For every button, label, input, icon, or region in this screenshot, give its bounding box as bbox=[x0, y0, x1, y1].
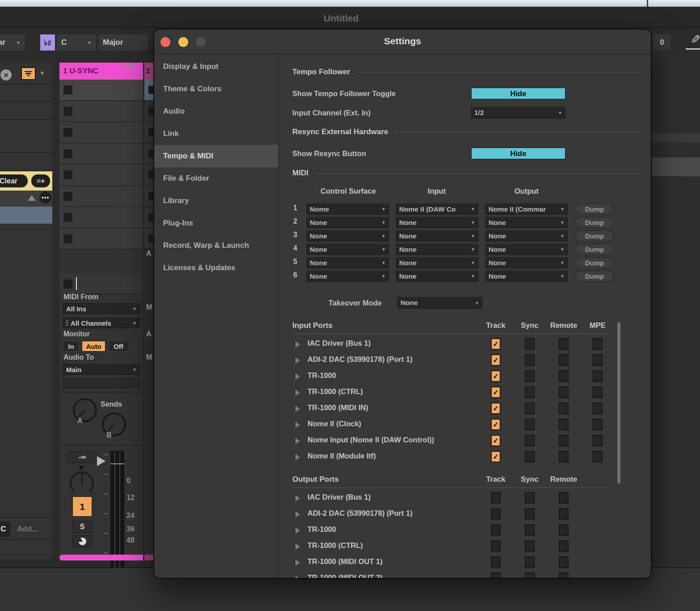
mpe-checkbox[interactable] bbox=[593, 386, 603, 398]
track-checkbox[interactable] bbox=[491, 556, 501, 568]
clip-slot[interactable] bbox=[144, 207, 154, 229]
resync-hide-button[interactable]: Hide bbox=[471, 148, 565, 159]
expand-triangle-icon[interactable] bbox=[295, 511, 300, 518]
expand-triangle-icon[interactable] bbox=[295, 422, 300, 428]
remote-checkbox[interactable] bbox=[559, 573, 569, 579]
monitor-option-button[interactable]: In bbox=[63, 341, 79, 352]
scene-row-highlight[interactable] bbox=[652, 157, 700, 176]
remote-checkbox[interactable] bbox=[559, 492, 569, 504]
track-checkbox[interactable] bbox=[491, 492, 501, 504]
mpe-checkbox[interactable] bbox=[593, 338, 603, 350]
control-surface-dropdown[interactable]: None▼ bbox=[307, 244, 389, 255]
dump-button[interactable]: Dump bbox=[575, 217, 614, 228]
input-dropdown[interactable]: None▼ bbox=[396, 230, 478, 242]
control-surface-dropdown[interactable]: None▼ bbox=[307, 230, 389, 242]
sync-checkbox[interactable] bbox=[525, 386, 535, 398]
clip-slot[interactable] bbox=[144, 144, 154, 165]
input-dropdown[interactable]: None▼ bbox=[396, 244, 478, 255]
mpe-checkbox[interactable] bbox=[593, 403, 603, 414]
control-surface-dropdown[interactable]: Nome▼ bbox=[307, 204, 389, 215]
expand-triangle-icon[interactable] bbox=[295, 576, 300, 579]
solo-button[interactable]: S bbox=[72, 521, 92, 533]
clip-slot[interactable] bbox=[59, 207, 143, 229]
clip-slot[interactable] bbox=[59, 144, 143, 165]
settings-sidebar-item[interactable]: File & Folder bbox=[154, 167, 278, 190]
output-dropdown[interactable]: None▼ bbox=[485, 230, 568, 242]
send-a-knob[interactable] bbox=[73, 398, 97, 422]
track-checkbox[interactable] bbox=[491, 540, 501, 552]
arm-cue-button[interactable] bbox=[72, 535, 92, 547]
input-dropdown[interactable]: Nome II (DAW Co▼ bbox=[396, 204, 478, 215]
track-checkbox[interactable] bbox=[491, 573, 501, 579]
mpe-checkbox[interactable] bbox=[593, 451, 603, 462]
input-dropdown[interactable]: None▼ bbox=[396, 271, 478, 282]
send-b-knob[interactable] bbox=[102, 412, 126, 437]
clip-slot[interactable] bbox=[59, 122, 143, 144]
sync-checkbox[interactable] bbox=[525, 354, 535, 366]
add-collection-label[interactable]: Add... bbox=[17, 525, 38, 534]
expand-triangle-icon[interactable] bbox=[295, 495, 300, 501]
settings-sidebar-item[interactable]: Audio bbox=[154, 100, 278, 123]
clip-stop-button[interactable] bbox=[63, 234, 72, 243]
sync-checkbox[interactable] bbox=[525, 451, 535, 462]
expand-triangle-icon[interactable] bbox=[295, 543, 300, 550]
track-checkbox[interactable] bbox=[491, 451, 501, 462]
tempo-follower-hide-button[interactable]: Hide bbox=[471, 88, 565, 99]
input-channel-dropdown[interactable]: 1/2 ▼ bbox=[471, 107, 565, 119]
clip-stop-button[interactable] bbox=[63, 128, 72, 137]
track-checkbox[interactable] bbox=[491, 524, 501, 536]
control-surface-dropdown[interactable]: None▼ bbox=[307, 271, 389, 282]
sync-checkbox[interactable] bbox=[525, 338, 535, 350]
clear-search-icon[interactable]: ✕ bbox=[0, 69, 12, 81]
expand-triangle-icon[interactable] bbox=[295, 527, 300, 534]
dump-button[interactable]: Dump bbox=[575, 230, 614, 242]
remote-checkbox[interactable] bbox=[559, 524, 569, 536]
sync-checkbox[interactable] bbox=[525, 435, 535, 446]
control-surface-dropdown[interactable]: None▼ bbox=[307, 257, 389, 268]
clip-slot[interactable] bbox=[144, 165, 154, 186]
draw-mode-icon[interactable]: ✎ bbox=[686, 33, 700, 50]
clip-stop-button[interactable] bbox=[63, 149, 72, 158]
volume-slider-handle[interactable] bbox=[97, 456, 105, 466]
midi-from-dropdown[interactable]: All Ins ▼ bbox=[63, 303, 140, 314]
track-checkbox[interactable] bbox=[491, 508, 501, 520]
settings-sidebar-item[interactable]: Library bbox=[154, 190, 278, 212]
scale-name-dropdown[interactable]: Major bbox=[98, 34, 148, 51]
dialog-scrollbar[interactable] bbox=[617, 322, 620, 484]
expand-triangle-icon[interactable] bbox=[295, 454, 300, 460]
remote-checkbox[interactable] bbox=[559, 451, 569, 462]
settings-sidebar-item[interactable]: Licenses & Updates bbox=[154, 257, 278, 279]
chevron-down-icon[interactable]: ▼ bbox=[39, 70, 45, 76]
control-surface-dropdown[interactable]: None▼ bbox=[307, 217, 389, 228]
sync-checkbox[interactable] bbox=[525, 573, 535, 579]
expand-triangle-icon[interactable] bbox=[295, 560, 300, 566]
output-dropdown[interactable]: None▼ bbox=[485, 217, 568, 228]
monitor-option-button[interactable]: Auto bbox=[82, 341, 105, 352]
clip-stop-button[interactable] bbox=[63, 85, 72, 94]
scale-mode-button[interactable]: ♭♯ bbox=[40, 34, 55, 51]
remote-checkbox[interactable] bbox=[559, 386, 569, 398]
expand-triangle-icon[interactable] bbox=[295, 341, 300, 348]
input-dropdown[interactable]: None▼ bbox=[396, 217, 478, 228]
remote-checkbox[interactable] bbox=[559, 419, 569, 430]
remote-checkbox[interactable] bbox=[559, 370, 569, 382]
clip-slot[interactable] bbox=[144, 122, 154, 144]
remote-checkbox[interactable] bbox=[559, 556, 569, 568]
clear-button[interactable]: Clear bbox=[0, 174, 28, 187]
clip-stop-button[interactable] bbox=[63, 107, 72, 116]
dump-button[interactable]: Dump bbox=[575, 271, 614, 282]
clip-stop-button[interactable] bbox=[63, 192, 72, 201]
quantization-dropdown[interactable]: ar ▼ bbox=[0, 34, 25, 51]
takeover-mode-dropdown[interactable]: None ▼ bbox=[397, 297, 482, 309]
remote-checkbox[interactable] bbox=[559, 354, 569, 366]
remote-checkbox[interactable] bbox=[559, 435, 569, 446]
output-dropdown[interactable]: None▼ bbox=[485, 257, 568, 268]
mpe-checkbox[interactable] bbox=[593, 419, 603, 430]
remote-checkbox[interactable] bbox=[559, 403, 569, 414]
triangle-up-icon[interactable] bbox=[28, 195, 36, 201]
audio-to-dropdown[interactable]: Main ▼ bbox=[63, 364, 140, 375]
sync-checkbox[interactable] bbox=[525, 540, 535, 552]
sync-checkbox[interactable] bbox=[525, 524, 535, 536]
root-key-dropdown[interactable]: C ▼ bbox=[57, 34, 96, 51]
dump-button[interactable]: Dump bbox=[575, 257, 614, 268]
